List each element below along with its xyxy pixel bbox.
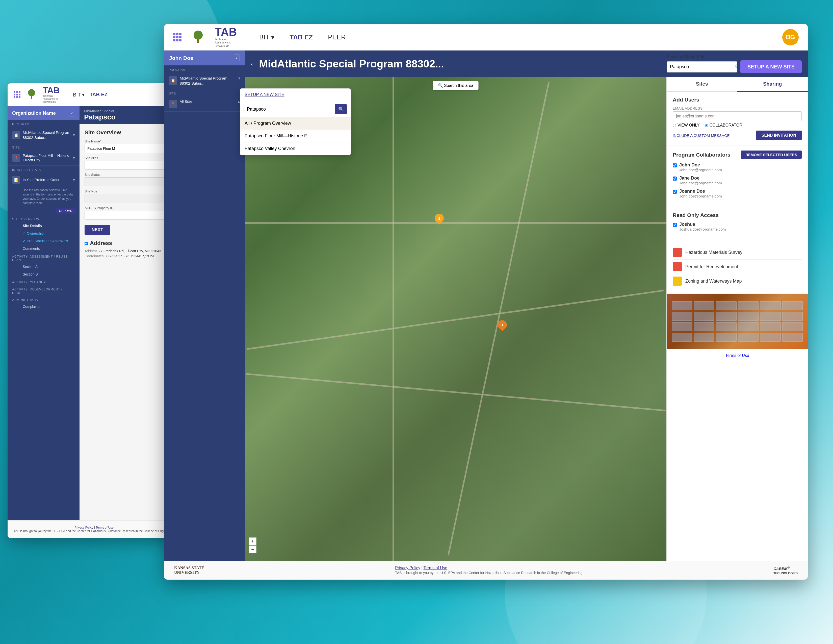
ws-program-icon: 📋 xyxy=(12,131,20,139)
panel-terms-link[interactable]: Terms of Use xyxy=(725,353,749,357)
ws-privacy-link[interactable]: Privacy Policy xyxy=(74,526,93,529)
ws-alias-group: Site Alias xyxy=(85,156,175,170)
ws-input-icon: 📝 xyxy=(12,176,20,184)
app-header-arrow[interactable]: ‹ xyxy=(251,60,253,68)
ws-section-b[interactable]: Section B xyxy=(8,270,79,278)
collab-jane-email: Jane.doe@orgname.com xyxy=(679,181,722,185)
radio-view-only-input[interactable] xyxy=(673,124,676,127)
select-site-search-input[interactable] xyxy=(667,61,732,72)
ws-org-name[interactable]: Organization Name ‹ xyxy=(8,106,79,120)
map-pin-2[interactable]: 1 xyxy=(498,319,507,331)
map-search-area-btn[interactable]: 🔍 Search this area xyxy=(433,81,479,90)
ws-terms-link[interactable]: Terms of Use xyxy=(96,526,114,529)
radio-collaborator[interactable]: COLLABORATOR xyxy=(705,123,742,127)
ws-section-a[interactable]: Section A xyxy=(8,263,79,270)
dropdown-setup-link[interactable]: SETUP A NEW SITE xyxy=(244,92,284,97)
ws-logo-sub: Technical Assistance to Brownfields xyxy=(43,95,63,103)
ws-nav-site-details[interactable]: Site Details xyxy=(8,222,79,230)
add-users-section: Add Users EMAIL ADDRESS VIEW ONLY COLLAB… xyxy=(667,92,808,145)
ws-site-item[interactable]: 📍 Patapsco Flour Mill— Historic Ellicott… xyxy=(8,150,79,166)
select-site-search-icon[interactable]: 🔍 xyxy=(732,62,737,72)
collab-john-checkbox[interactable] xyxy=(673,163,677,167)
ws-activity-section1: ACTIVITY: ASSESSMENT / REUSE PLAN xyxy=(8,252,79,263)
dropdown-item-2[interactable]: Patapsco Valley Chevron xyxy=(240,142,351,155)
app-terms-link[interactable]: Terms of Use xyxy=(423,566,447,570)
include-message-link[interactable]: INCLUDE A CUSTOM MESSAGE xyxy=(673,134,730,138)
ws-sidebar-collapse[interactable]: ‹ xyxy=(69,109,75,116)
ws-alias-input[interactable] xyxy=(85,161,175,170)
ws-nav-tabez[interactable]: TAB EZ xyxy=(90,92,108,98)
doc-hazmat[interactable]: Hazardous Materials Survey xyxy=(673,245,802,259)
panel-tab-sharing[interactable]: Sharing xyxy=(737,77,808,92)
ws-program-chevron xyxy=(73,133,75,137)
ws-site-name: Patapsco Flour Mill— Historic Ellicott C… xyxy=(23,153,71,163)
ws-complaints[interactable]: Complaints xyxy=(8,303,79,311)
ws-program-item[interactable]: 📋 MidAtlantic Special Program 88302 Subu… xyxy=(8,127,79,143)
ws-body: Organization Name ‹ PROGRAM 📋 MidAtlanti… xyxy=(8,106,180,520)
app-program-item[interactable]: 📋 MidAtlantic Special Program 88302 Subu… xyxy=(164,73,245,89)
collab-joshua-name: Joshua xyxy=(679,222,726,227)
app-main-title: MidAtlantic Special Program 88302... xyxy=(259,58,444,70)
app-sidebar-user[interactable]: John Doe ‹ xyxy=(164,50,245,65)
ws-input-item[interactable]: 📝 In Your Preferred Order xyxy=(8,173,79,187)
ws-program-section-label: PROGRAM xyxy=(8,120,79,127)
ws-coords-value: 39.2664539,-76.7934417,19.24 xyxy=(105,254,154,258)
ws-input-label: In Your Preferred Order xyxy=(23,178,71,182)
dropdown-search-input[interactable] xyxy=(244,105,335,114)
ws-status-select[interactable] xyxy=(85,177,175,187)
documents-section: Hazardous Materials Survey Permit for Re… xyxy=(667,240,808,294)
ws-nav-ppf[interactable]: PPF Status and Approvals xyxy=(8,237,79,245)
collab-jane-checkbox[interactable] xyxy=(673,177,677,180)
dropdown-item-0[interactable]: All / Program Overview xyxy=(240,117,351,130)
ws-coords-row: Coordinates 39.2664539,-76.7934417,19.24 xyxy=(85,254,175,258)
doc-zoning[interactable]: Zoning and Waterways Map xyxy=(673,274,802,288)
ws-next-button[interactable]: NEXT xyxy=(85,225,110,235)
ws-site-chevron xyxy=(73,156,75,160)
send-invite-button[interactable]: SEND INVITATION xyxy=(756,130,802,140)
setup-site-button[interactable]: SETUP A NEW SITE xyxy=(740,60,802,73)
map-pin-1[interactable]: 2 xyxy=(435,213,444,224)
doc-hazmat-label: Hazardous Materials Survey xyxy=(685,250,742,255)
panel-tab-sites[interactable]: Sites xyxy=(667,77,737,91)
ws-program-name: MidAtlantic Special Program 88302 Subur.… xyxy=(23,130,71,140)
ws-nav-ownership[interactable]: Ownership xyxy=(8,230,79,237)
ws-nav-comments[interactable]: Comments xyxy=(8,245,79,252)
tab-tree-icon-small xyxy=(26,89,38,101)
ws-sitetype-group: SiteType xyxy=(85,189,175,203)
ws-alias-label: Site Alias xyxy=(85,156,175,160)
program-collab-section: Program Collaborators REMOVE SELECTED US… xyxy=(667,145,808,207)
ws-nav-bit[interactable]: BIT ▾ xyxy=(73,92,85,98)
readonly-title: Read Only Access xyxy=(673,212,802,218)
email-input[interactable] xyxy=(673,111,802,121)
ws-address-checkbox[interactable] xyxy=(85,242,88,245)
map-zoom-in[interactable]: + xyxy=(249,538,256,545)
app-user-avatar[interactable]: BG xyxy=(782,29,799,45)
ws-acres-input[interactable] xyxy=(85,211,175,220)
ws-site-name-input[interactable] xyxy=(85,144,175,153)
ws-sitetype-select[interactable] xyxy=(85,194,175,203)
app-site-item[interactable]: 📍 All Sites xyxy=(164,96,245,112)
readonly-section: Read Only Access Joshua Joshua.doe@orgna… xyxy=(667,207,808,240)
app-nav-tabez[interactable]: TAB EZ xyxy=(289,33,313,41)
remove-selected-users-button[interactable]: REMOVE SELECTED USERS xyxy=(741,151,802,159)
ws-activity-section3: ACTIVITY: REDEVELOPMENT / REUSE xyxy=(8,285,79,296)
map-zoom-out[interactable]: − xyxy=(249,546,256,553)
app-nav-peer[interactable]: PEER xyxy=(328,33,346,41)
svg-point-2 xyxy=(194,31,203,40)
window-app: TAB Technical Assistance to Brownfields … xyxy=(164,24,808,580)
app-sidebar-collapse[interactable]: ‹ xyxy=(234,55,240,61)
add-users-title: Add Users xyxy=(673,97,802,103)
collab-joanne-checkbox[interactable] xyxy=(673,190,677,194)
collab-joshua-checkbox[interactable] xyxy=(673,223,677,227)
radio-view-only[interactable]: VIEW ONLY xyxy=(673,123,700,127)
collab-john-doe: John Doe John.doe@orgname.com xyxy=(673,163,802,172)
ws-upload-btn[interactable]: UPLOAD xyxy=(56,208,76,214)
doc-permit[interactable]: Permit for Redevelopment xyxy=(673,259,802,274)
app-privacy-link[interactable]: Privacy Policy xyxy=(395,566,420,570)
dropdown-search-icon[interactable]: 🔍 xyxy=(335,104,347,114)
app-nav-bit[interactable]: BIT ▾ xyxy=(259,33,274,41)
ws-sidebar: Organization Name ‹ PROGRAM 📋 MidAtlanti… xyxy=(8,106,79,520)
radio-collaborator-input[interactable] xyxy=(705,124,708,127)
app-logo-text: TAB xyxy=(215,27,240,38)
dropdown-item-1[interactable]: Patapsco Flour Mill—Historic E... xyxy=(240,130,351,142)
